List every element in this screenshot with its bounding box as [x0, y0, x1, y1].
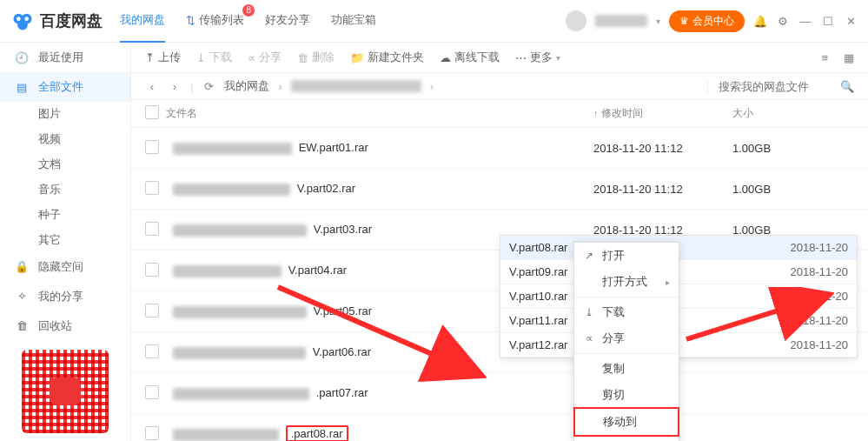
sidebar-images[interactable]: 图片	[0, 102, 130, 127]
delete-button[interactable]: 🗑删除	[297, 50, 335, 65]
file-name-cell: .part07.rar	[166, 386, 593, 400]
table-row[interactable]: V.part02.rar 2018-11-20 11:12 1.00GB	[131, 169, 868, 210]
ctx-move-to[interactable]: 移动到	[573, 407, 679, 437]
file-name-blurred	[173, 143, 292, 155]
maximize-icon[interactable]: ☐	[821, 15, 835, 28]
search-input[interactable]	[717, 79, 833, 94]
tab-mydisk[interactable]: 我的网盘	[120, 0, 165, 43]
breadcrumb-root[interactable]: 我的网盘	[224, 78, 269, 94]
sidebar-recycle[interactable]: 🗑 回收站	[0, 311, 130, 341]
float-file-date: 2018-11-20	[761, 314, 848, 327]
app-header: 百度网盘 我的网盘 ⇅ 传输列表 8 好友分享 功能宝箱 ▾ ♛ 会员中心 🔔 …	[0, 0, 868, 43]
offline-download-button[interactable]: ☁离线下载	[440, 50, 500, 65]
ctx-divider	[574, 353, 679, 354]
breadcrumb: ‹ › | ⟳ 我的网盘 › › 🔍	[131, 72, 868, 99]
nav-back-icon[interactable]: ‹	[145, 80, 159, 93]
table-row[interactable]: EW.part01.rar 2018-11-20 11:12 1.00GB	[131, 128, 868, 169]
share-icon: ✧	[14, 290, 30, 303]
sidebar-seeds[interactable]: 种子	[0, 202, 130, 227]
sidebar-recent[interactable]: 🕘 最近使用	[0, 43, 130, 72]
folder-plus-icon: 📁	[350, 51, 364, 64]
ctx-cut[interactable]: 剪切	[574, 382, 679, 408]
svg-point-2	[17, 20, 28, 30]
file-time: 2018-11-20 11:12	[593, 142, 732, 155]
user-menu-caret-icon[interactable]: ▾	[656, 17, 660, 26]
new-folder-button[interactable]: 📁新建文件夹	[350, 50, 424, 65]
svg-point-3	[17, 17, 21, 21]
nav-forward-icon[interactable]: ›	[168, 80, 182, 93]
file-name-cell: EW.part01.rar	[166, 141, 593, 155]
file-size: 1.00GB	[732, 142, 854, 155]
ctx-push-to-device[interactable]: 推送到设备	[574, 436, 679, 441]
sidebar-videos[interactable]: 视频	[0, 127, 130, 152]
row-checkbox[interactable]	[145, 140, 159, 154]
qr-code	[22, 350, 109, 433]
upload-button[interactable]: ⤒上传	[145, 50, 181, 65]
header-right: ▾ ♛ 会员中心 🔔 ⚙ ― ☐ ✕	[566, 10, 858, 32]
files-icon: ▤	[14, 81, 30, 94]
sidebar-docs[interactable]: 文档	[0, 152, 130, 177]
clock-icon: 🕘	[14, 51, 30, 64]
more-button[interactable]: ⋯更多▾	[515, 50, 560, 65]
sidebar-hidden[interactable]: 🔒 隐藏空间	[0, 252, 130, 282]
breadcrumb-folder[interactable]	[291, 80, 421, 92]
file-name-blurred	[173, 306, 307, 318]
app-logo: 百度网盘	[10, 9, 103, 33]
sidebar-music[interactable]: 音乐	[0, 177, 130, 202]
row-checkbox[interactable]	[145, 222, 159, 236]
file-name-blurred	[173, 347, 306, 359]
share-button[interactable]: ∝分享	[248, 50, 282, 65]
file-name-blurred	[173, 224, 307, 237]
context-menu: ↗打开 打开方式▸ ⤓下载 ∝分享 复制 剪切 移动到 推送到设备 🗑删除 重命…	[573, 242, 679, 441]
file-name-blurred	[173, 388, 309, 400]
svg-point-4	[24, 17, 29, 21]
file-name-blurred	[173, 184, 290, 196]
sidebar-all-files[interactable]: ▤ 全部文件	[0, 72, 130, 102]
settings-icon[interactable]: ⚙	[776, 15, 790, 28]
column-size[interactable]: 大小	[732, 106, 854, 121]
sort-asc-icon: ↑	[593, 109, 598, 118]
share-icon: ∝	[583, 332, 595, 344]
vip-center-button[interactable]: ♛ 会员中心	[669, 10, 745, 32]
file-suffix: V.part03.rar	[314, 223, 372, 236]
file-time: 2018-11-20 11:12	[593, 183, 732, 196]
table-row[interactable]: .part08.rar	[131, 414, 868, 441]
file-size: 1.00GB	[732, 183, 854, 196]
list-view-icon[interactable]: ≡	[821, 51, 828, 64]
row-checkbox[interactable]	[145, 304, 159, 317]
ctx-open-with[interactable]: 打开方式▸	[574, 269, 679, 295]
ctx-download[interactable]: ⤓下载	[574, 299, 679, 325]
select-all-checkbox[interactable]	[145, 105, 159, 119]
file-suffix: V.part02.rar	[297, 182, 355, 195]
download-button[interactable]: ⤓下载	[196, 50, 232, 65]
ctx-open[interactable]: ↗打开	[574, 243, 679, 269]
notification-icon[interactable]: 🔔	[753, 15, 767, 28]
row-checkbox[interactable]	[145, 426, 159, 440]
tab-transfer[interactable]: ⇅ 传输列表 8	[186, 0, 244, 41]
ctx-copy[interactable]: 复制	[574, 356, 679, 382]
minimize-icon[interactable]: ―	[798, 15, 812, 28]
row-checkbox[interactable]	[145, 344, 159, 358]
avatar[interactable]	[566, 10, 586, 31]
ctx-share[interactable]: ∝分享	[574, 325, 679, 351]
grid-view-icon[interactable]: ▦	[844, 51, 854, 64]
file-suffix: EW.part01.rar	[299, 141, 368, 154]
table-row[interactable]: .part07.rar	[131, 373, 868, 414]
refresh-icon[interactable]: ⟳	[202, 80, 215, 93]
column-time[interactable]: ↑修改时间	[593, 106, 732, 121]
ctx-divider	[574, 297, 679, 297]
search-icon[interactable]: 🔍	[840, 80, 854, 93]
sidebar-myshare[interactable]: ✧ 我的分享	[0, 282, 130, 311]
tab-friend-share[interactable]: 好友分享	[265, 0, 310, 41]
row-checkbox[interactable]	[145, 385, 159, 399]
app-name: 百度网盘	[40, 10, 103, 31]
float-file-date: 2018-11-20	[761, 265, 848, 278]
column-name[interactable]: 文件名	[166, 106, 593, 121]
close-icon[interactable]: ✕	[844, 15, 858, 28]
row-checkbox[interactable]	[145, 263, 159, 277]
username[interactable]	[595, 15, 647, 27]
row-checkbox[interactable]	[145, 181, 159, 195]
tab-toolbox[interactable]: 功能宝箱	[331, 0, 376, 41]
sidebar-others[interactable]: 其它	[0, 227, 130, 252]
transfer-badge: 8	[242, 4, 255, 17]
